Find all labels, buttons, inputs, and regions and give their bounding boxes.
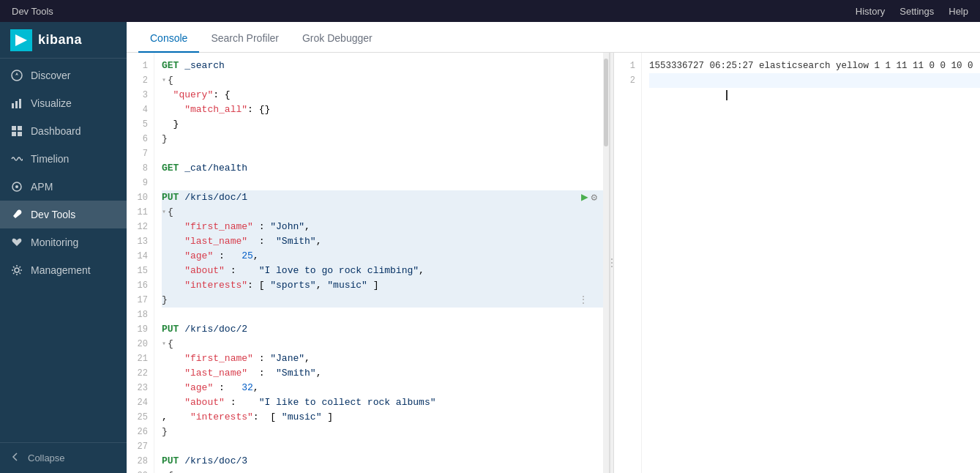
code-line-4: "match_all": {} (162, 103, 603, 117)
output-content: 1553336727 06:25:27 elasticsearch yellow… (642, 53, 980, 473)
history-link[interactable]: History (856, 6, 885, 17)
code-line-11: ▾{ (162, 205, 603, 220)
code-line-7 (162, 146, 603, 161)
sidebar-item-monitoring[interactable]: Monitoring (0, 228, 127, 256)
content-area: Console Search Profiler Grok Debugger 12… (127, 22, 980, 473)
sidebar-item-devtools[interactable]: Dev Tools (0, 201, 127, 228)
svg-rect-9 (18, 132, 22, 136)
code-line-26: } (162, 425, 603, 439)
kibana-logo-icon (10, 29, 32, 51)
output-line-numbers: 1 2 (614, 53, 642, 473)
sidebar-item-dashboard[interactable]: Dashboard (0, 117, 127, 145)
sidebar-item-apm-label: APM (31, 181, 53, 193)
cursor (726, 90, 727, 100)
code-line-16: "interests": [ "sports", "music" ] (162, 278, 603, 293)
grid-icon (10, 124, 23, 138)
divider-handle (611, 258, 613, 267)
code-line-2: ▾{ (162, 73, 603, 88)
code-line-20: ▾{ (162, 337, 603, 351)
sidebar-item-timelion[interactable]: Timelion (0, 145, 127, 173)
output-pane: 1 2 1553336727 06:25:27 elasticsearch ye… (614, 53, 980, 473)
code-line-28: PUT /kris/doc/3 (162, 454, 603, 469)
code-line-8: GET _cat/health (162, 161, 603, 176)
svg-point-12 (15, 268, 19, 272)
code-line-29: ▾{ (162, 469, 603, 473)
sidebar-collapse-button[interactable]: Collapse (0, 442, 127, 473)
sidebar-nav: Discover Visualize (0, 59, 127, 442)
code-line-21: "first_name" : "Jane", (162, 351, 603, 366)
editor-scrollbar[interactable] (603, 53, 609, 473)
code-line-18 (162, 308, 603, 322)
tab-search-profiler[interactable]: Search Profiler (199, 26, 291, 53)
code-line-6: } (162, 132, 603, 146)
settings-link[interactable]: Settings (899, 6, 934, 17)
svg-rect-7 (18, 126, 22, 130)
compass-icon (10, 69, 23, 82)
output-line-2 (649, 73, 980, 88)
svg-rect-5 (19, 99, 21, 108)
line-numbers: 12345 678910 1112131415 1617181920 21222… (127, 53, 154, 473)
svg-rect-4 (15, 101, 18, 108)
code-editor[interactable]: 12345 678910 1112131415 1617181920 21222… (127, 53, 609, 473)
kibana-brand-text: kibana (38, 32, 82, 48)
sidebar-item-visualize-label: Visualize (31, 97, 72, 109)
sidebar-item-timelion-label: Timelion (31, 153, 69, 165)
sidebar-item-discover[interactable]: Discover (0, 62, 127, 89)
editor-container: 12345 678910 1112131415 1617181920 21222… (127, 53, 980, 473)
tab-grok-debugger[interactable]: Grok Debugger (291, 26, 384, 53)
code-line-3: "query": { (162, 88, 603, 103)
code-line-10: PUT /kris/doc/1 ▶ ⚙ (162, 190, 603, 205)
action-icons-10: ▶ ⚙ (581, 190, 597, 205)
output-line-1: 1553336727 06:25:27 elasticsearch yellow… (649, 59, 980, 73)
options-icon[interactable]: ⚙ (591, 190, 597, 205)
top-bar: Dev Tools History Settings Help (0, 0, 980, 22)
code-line-12: "first_name" : "John", (162, 220, 603, 234)
heart-icon (10, 236, 23, 249)
svg-marker-0 (15, 34, 27, 46)
tabs-bar: Console Search Profiler Grok Debugger (127, 22, 980, 53)
sidebar-item-devtools-label: Dev Tools (31, 209, 75, 220)
sidebar-item-management-label: Management (31, 264, 91, 276)
code-line-17: } ⋮ (162, 293, 603, 308)
code-line-25: , "interests": [ "music" ] (162, 410, 603, 425)
code-line-19: PUT /kris/doc/2 (162, 322, 603, 337)
chevron-left-icon (10, 452, 20, 464)
code-line-15: "about" : "I love to go rock climbing", (162, 264, 603, 278)
gear-icon (10, 264, 23, 277)
kibana-svg (14, 33, 29, 48)
code-line-22: "last_name" : "Smith", (162, 366, 603, 381)
sidebar-collapse-label: Collapse (28, 452, 65, 463)
svg-point-1 (12, 70, 22, 81)
svg-rect-6 (12, 126, 16, 130)
sidebar-item-visualize[interactable]: Visualize (0, 89, 127, 117)
svg-marker-2 (15, 72, 18, 75)
editor-scroll-thumb[interactable] (604, 59, 608, 146)
code-line-9 (162, 176, 603, 190)
wave-icon (10, 152, 23, 165)
code-line-14: "age" : 25, (162, 249, 603, 264)
help-link[interactable]: Help (949, 6, 968, 17)
code-line-23: "age" : 32, (162, 381, 603, 395)
wrench-icon (10, 208, 23, 221)
svg-rect-8 (12, 132, 16, 136)
code-line-1: GET _search (162, 59, 603, 73)
svg-rect-3 (12, 103, 14, 108)
top-bar-title: Dev Tools (12, 6, 53, 17)
sidebar: kibana Discover (0, 22, 127, 473)
tab-console[interactable]: Console (138, 26, 199, 53)
sidebar-item-monitoring-label: Monitoring (31, 236, 78, 248)
code-line-13: "last_name" : "Smith", (162, 234, 603, 249)
code-line-5: } (162, 117, 603, 132)
apm-icon (10, 180, 23, 193)
bar-chart-icon (10, 97, 23, 110)
output-area[interactable]: 1 2 1553336727 06:25:27 elasticsearch ye… (614, 53, 980, 473)
main-layout: kibana Discover (0, 22, 980, 473)
code-line-27 (162, 439, 603, 454)
code-line-24: "about" : "I like to collect rock albums… (162, 395, 603, 410)
top-bar-actions: History Settings Help (856, 6, 968, 17)
sidebar-item-management[interactable]: Management (0, 256, 127, 284)
sidebar-item-apm[interactable]: APM (0, 173, 127, 201)
sidebar-logo: kibana (0, 22, 127, 59)
run-icon[interactable]: ▶ (581, 190, 588, 205)
sidebar-item-discover-label: Discover (31, 70, 70, 81)
